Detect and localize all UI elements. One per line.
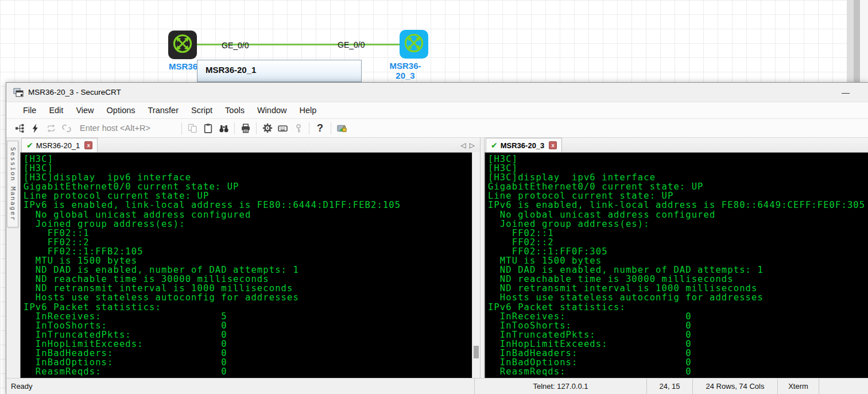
toolbar-separator xyxy=(181,122,182,134)
title-bar[interactable]: MSR36-20_3 - SecureCRT — xyxy=(6,83,868,102)
reconnect-icon[interactable] xyxy=(43,121,59,136)
help-icon[interactable]: ? xyxy=(312,121,328,136)
node-name-tooltip: MSR36-20_1 xyxy=(197,60,362,82)
tab-scroll-right-icon[interactable]: ▷ xyxy=(468,141,476,149)
terminal-pane-msr36-20-1: ✔ MSR36-20_1 x ◁ ▷ [H3C] [H3C] [H3C]disp… xyxy=(20,138,480,378)
router-icon xyxy=(170,31,195,59)
status-bar: Ready Telnet: 127.0.0.1 24, 15 24 Rows, … xyxy=(6,378,868,394)
tab-label: MSR36-20_1 xyxy=(36,141,80,150)
connected-check-icon: ✔ xyxy=(491,141,498,150)
menu-script[interactable]: Script xyxy=(185,102,219,119)
tab-label: MSR36-20_3 xyxy=(501,141,545,150)
status-terminal-size: 24 Rows, 74 Cols xyxy=(692,378,777,394)
link-port-label-left: GE_0/0 xyxy=(222,41,249,50)
menu-window[interactable]: Window xyxy=(251,102,293,119)
paste-icon[interactable] xyxy=(200,121,216,136)
copy-icon[interactable] xyxy=(185,121,200,136)
topology-right-panel-edge xyxy=(860,0,868,82)
status-cursor-position: 24, 15 xyxy=(646,378,692,394)
keymap-keyboard-icon[interactable] xyxy=(275,121,290,136)
topology-scrollbar-thumb[interactable] xyxy=(854,0,860,82)
status-empty-cell xyxy=(819,378,868,394)
tab-msr36-20-1[interactable]: ✔ MSR36-20_1 x xyxy=(21,138,98,152)
toolbar-separator xyxy=(331,122,331,134)
pane-splitter[interactable] xyxy=(480,138,485,378)
securecrt-app-icon xyxy=(13,88,24,97)
print-icon[interactable] xyxy=(238,121,253,136)
secure-image-icon[interactable] xyxy=(334,121,350,136)
router-node-msr36-20-1[interactable] xyxy=(168,30,197,59)
tab-close-icon[interactable]: x xyxy=(84,141,92,149)
terminal-pane-msr36-20-3: ✔ MSR36-20_3 x [H3C] [H3C] [H3C]display … xyxy=(485,138,868,378)
session-manager-tab[interactable]: Session Manager xyxy=(7,141,18,227)
terminal-scrollbar-thumb[interactable] xyxy=(474,346,479,358)
status-ready: Ready xyxy=(6,382,474,391)
menu-edit[interactable]: Edit xyxy=(42,102,69,119)
terminal-text: [H3C] [H3C] [H3C]display ipv6 interface … xyxy=(485,153,868,376)
toolbar: ? xyxy=(6,119,868,138)
minimize-button[interactable]: — xyxy=(834,83,858,102)
left-tab-bar: ✔ MSR36-20_1 x ◁ ▷ xyxy=(20,138,480,152)
node-label-msr36-20-3: MSR36-20_3 xyxy=(382,61,429,80)
tab-scroll-arrows: ◁ ▷ xyxy=(459,138,480,152)
quick-connect-host-input[interactable] xyxy=(80,123,179,133)
tab-scroll-left-icon[interactable]: ◁ xyxy=(459,141,468,149)
terminal-output-msr36-20-1[interactable]: [H3C] [H3C] [H3C]display ipv6 interface … xyxy=(20,152,472,378)
quick-connect-icon[interactable] xyxy=(28,121,43,136)
right-tab-bar: ✔ MSR36-20_3 x xyxy=(485,138,868,152)
terminal-output-msr36-20-3[interactable]: [H3C] [H3C] [H3C]display ipv6 interface … xyxy=(485,152,868,378)
router-node-msr36-20-3[interactable] xyxy=(400,30,428,59)
toolbar-separator xyxy=(256,122,257,134)
menu-view[interactable]: View xyxy=(69,102,100,119)
menu-help[interactable]: Help xyxy=(293,102,323,119)
status-connection: Telnet: 127.0.0.1 xyxy=(474,378,646,394)
session-manager-strip: Session Manager xyxy=(6,138,20,378)
topology-vertical-scrollbar[interactable] xyxy=(847,0,860,82)
menu-transfer[interactable]: Transfer xyxy=(142,102,185,119)
connected-check-icon: ✔ xyxy=(26,141,33,150)
window-title: MSR36-20_3 - SecureCRT xyxy=(28,88,121,96)
menu-tools[interactable]: Tools xyxy=(219,102,251,119)
tab-close-icon[interactable]: x xyxy=(549,141,557,149)
toolbar-separator xyxy=(234,122,235,134)
main-content: Session Manager ✔ MSR36-20_1 x ◁ ▷ [H3C]… xyxy=(6,138,868,378)
session-options-gear-icon[interactable] xyxy=(259,121,275,136)
session-manager-icon[interactable] xyxy=(12,121,28,136)
menu-options[interactable]: Options xyxy=(100,102,142,119)
tab-msr36-20-3[interactable]: ✔ MSR36-20_3 x xyxy=(486,138,562,152)
router-icon xyxy=(401,30,427,58)
terminal-scrollbar[interactable] xyxy=(472,152,480,378)
menu-bar: File Edit View Options Transfer Script T… xyxy=(6,102,868,119)
toolbar-separator xyxy=(309,122,309,134)
securecrt-window: MSR36-20_3 - SecureCRT — File Edit View … xyxy=(6,82,868,394)
key-icon[interactable] xyxy=(290,121,306,136)
disconnect-icon[interactable] xyxy=(59,121,74,136)
status-emulation: Xterm xyxy=(777,378,819,394)
find-icon[interactable] xyxy=(216,121,231,136)
terminal-text: [H3C] [H3C] [H3C]display ipv6 interface … xyxy=(21,153,472,376)
link-port-label-right: GE_0/0 xyxy=(338,40,365,49)
menu-file[interactable]: File xyxy=(17,102,42,119)
